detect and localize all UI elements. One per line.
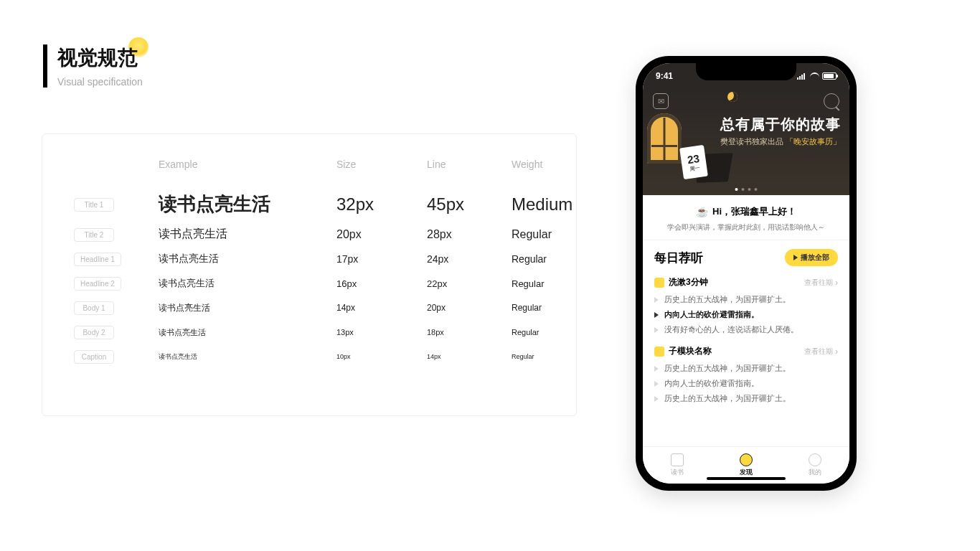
inbox-icon[interactable]: ✉: [653, 93, 669, 109]
daily-module: 子模块名称 查看往期 历史上的五大战神，为国开疆扩土。 内向人士的砍价避雷指南。…: [654, 345, 838, 404]
signal-icon: [797, 73, 807, 80]
moon-icon: [727, 92, 738, 102]
play-all-label: 播放全部: [801, 253, 829, 263]
example-text: 读书点亮生活: [159, 302, 336, 314]
example-text: 读书点亮生活: [159, 352, 336, 362]
carousel-dots[interactable]: [735, 188, 758, 191]
type-tag: Body 2: [74, 326, 114, 339]
profile-icon: [809, 453, 821, 466]
col-line: Line: [427, 159, 512, 170]
greeting-block: ☕ Hi，张瑞鑫早上好！ 学会即兴演讲，掌握此时此刻，用说话影响他人～: [643, 195, 849, 240]
tab-bar: 读书 发现 我的: [643, 446, 849, 484]
calendar-sub: 周一: [689, 164, 700, 172]
type-tag: Headline 1: [74, 253, 121, 266]
play-icon: [654, 396, 659, 402]
weight-value: Regular: [512, 303, 598, 313]
line-value: 20px: [427, 303, 512, 313]
type-tag: Caption: [74, 350, 114, 364]
type-tag: Title 1: [74, 198, 114, 212]
view-past-link[interactable]: 查看往期: [804, 278, 838, 288]
accent-bar: [43, 44, 47, 88]
tab-read[interactable]: 读书: [643, 447, 712, 484]
play-icon: [654, 297, 659, 303]
module-icon: [654, 347, 664, 357]
hero-banner[interactable]: ✉ 23 周一 总有属于你的故事 樊登读书独家出品 「晚安故事历」: [643, 89, 849, 195]
size-value: 32px: [336, 194, 427, 215]
discover-icon: [740, 453, 753, 466]
audio-item[interactable]: 历史上的五大战神，为国开疆扩土。: [654, 393, 838, 404]
hero-subtitle-prefix: 樊登读书独家出品: [720, 137, 783, 146]
audio-item[interactable]: 没有好奇心的人，连说话都让人厌倦。: [654, 324, 838, 335]
window-illustration: [647, 113, 682, 164]
example-text: 读书点亮生活: [159, 192, 336, 217]
example-text: 读书点亮生活: [159, 277, 336, 290]
spec-row: Caption 读书点亮生活 10px 14px Regular: [74, 349, 556, 364]
line-value: 18px: [427, 328, 512, 336]
search-icon[interactable]: [824, 93, 839, 109]
hero-subtitle-tag: 「晚安故事历」: [786, 137, 841, 146]
play-icon: [654, 312, 659, 318]
typography-spec-card: Example Size Line Weight Title 1 读书点亮生活 …: [42, 133, 577, 416]
size-value: 17px: [336, 253, 427, 265]
spec-row: Body 1 读书点亮生活 14px 20px Regular: [74, 301, 556, 315]
line-value: 14px: [427, 353, 512, 360]
battery-icon: [822, 72, 837, 80]
weight-value: Medium: [512, 194, 598, 215]
line-value: 22px: [427, 278, 512, 289]
daily-title: 每日荐听: [654, 250, 703, 266]
spec-row: Headline 2 读书点亮生活 16px 22px Regular: [74, 276, 556, 291]
col-weight: Weight: [512, 159, 598, 170]
module-title: 洗漱3分钟: [669, 276, 708, 288]
hero-title: 总有属于你的故事: [720, 115, 841, 134]
play-icon: [654, 381, 659, 387]
status-time: 9:41: [656, 71, 673, 81]
size-value: 20px: [336, 228, 427, 241]
audio-item[interactable]: 历史上的五大战神，为国开疆扩土。: [654, 294, 838, 305]
greeting-sub: 学会即兴演讲，掌握此时此刻，用说话影响他人～: [654, 222, 838, 232]
play-icon: [654, 366, 659, 372]
type-tag: Title 2: [74, 228, 114, 242]
module-icon: [654, 278, 664, 288]
greeting-text: Hi，张瑞鑫早上好！: [712, 205, 796, 218]
line-value: 45px: [427, 194, 512, 215]
spec-row: Body 2 读书点亮生活 13px 18px Regular: [74, 325, 556, 339]
view-past-link[interactable]: 查看往期: [804, 347, 838, 357]
example-text: 读书点亮生活: [159, 227, 336, 242]
spec-row: Title 1 读书点亮生活 32px 45px Medium: [74, 192, 556, 217]
item-text: 没有好奇心的人，连说话都让人厌倦。: [664, 324, 798, 335]
line-value: 28px: [427, 228, 512, 241]
audio-item[interactable]: 历史上的五大战神，为国开疆扩土。: [654, 363, 838, 374]
section-header: 视觉规范 Visual specification: [43, 44, 143, 88]
cup-icon: ☕: [696, 206, 708, 217]
module-title: 子模块名称: [669, 345, 712, 357]
weight-value: Regular: [512, 353, 598, 360]
type-tag: Headline 2: [74, 277, 121, 291]
play-all-button[interactable]: 播放全部: [785, 249, 838, 266]
col-example: Example: [159, 159, 336, 170]
tab-label: 发现: [740, 468, 753, 477]
spec-header-row: Example Size Line Weight: [74, 159, 556, 170]
daily-module: 洗漱3分钟 查看往期 历史上的五大战神，为国开疆扩土。 内向人士的砍价避雷指南。…: [654, 276, 838, 335]
size-value: 14px: [336, 303, 427, 313]
col-size: Size: [336, 159, 427, 170]
phone-frame: 9:41 ✉ 23 周一 总有属于你的故事: [636, 56, 857, 491]
audio-item[interactable]: 内向人士的砍价避雷指南。: [654, 309, 838, 320]
weight-value: Regular: [512, 278, 598, 289]
daily-section: 每日荐听 播放全部 洗漱3分钟 查看往期 历史上的五大战神，为国开疆扩土。 内向…: [643, 240, 849, 417]
tab-profile[interactable]: 我的: [781, 447, 849, 484]
home-indicator: [707, 477, 786, 480]
type-tag: Body 1: [74, 301, 114, 315]
line-value: 24px: [427, 253, 512, 265]
audio-item[interactable]: 内向人士的砍价避雷指南。: [654, 378, 838, 389]
example-text: 读书点亮生活: [159, 327, 336, 338]
tab-label: 我的: [809, 468, 821, 477]
size-value: 10px: [336, 353, 427, 360]
play-icon: [654, 327, 659, 333]
phone-screen: 9:41 ✉ 23 周一 总有属于你的故事: [643, 63, 849, 484]
tab-label: 读书: [671, 468, 684, 477]
weight-value: Regular: [512, 328, 598, 336]
spec-row: Headline 1 读书点亮生活 17px 24px Regular: [74, 252, 556, 266]
item-text: 历史上的五大战神，为国开疆扩土。: [664, 393, 791, 404]
weight-value: Regular: [512, 253, 598, 265]
page-subtitle: Visual specification: [57, 76, 143, 88]
